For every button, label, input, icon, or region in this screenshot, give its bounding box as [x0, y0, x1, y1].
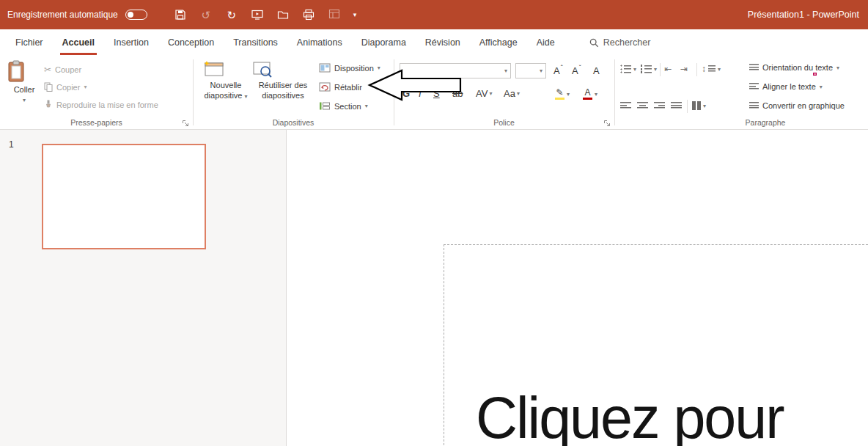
reuse-slides-label-line1: Réutiliser des	[259, 81, 308, 89]
mini-separator	[696, 63, 697, 76]
undo-icon[interactable]: ↺	[199, 8, 213, 21]
paste-caret-icon[interactable]: ▾	[7, 97, 41, 104]
tab-fichier[interactable]: Fichier	[6, 29, 53, 56]
text-orientation-caret-icon: ▾	[836, 65, 839, 71]
character-spacing-caret-icon: ▾	[489, 90, 492, 97]
slide-editing-area[interactable]: Cliquez pour	[287, 130, 868, 446]
align-text-caret-icon: ▾	[820, 84, 823, 90]
group-slides: Nouvelle diapositive ▾ Réutiliser des di…	[193, 56, 394, 129]
tab-conception[interactable]: Conception	[158, 29, 224, 56]
slide-thumbnail[interactable]	[42, 144, 206, 249]
font-color-letter: A	[584, 88, 590, 97]
increase-font-size-button[interactable]: Aˆ	[553, 65, 563, 76]
text-orientation-icon	[749, 63, 759, 72]
increase-indent-button[interactable]: ⇥	[680, 65, 688, 73]
search-icon	[589, 38, 599, 48]
reuse-slides-icon	[251, 60, 315, 78]
qat-menu-caret-icon[interactable]: ▾	[353, 11, 357, 18]
align-left-icon	[620, 101, 631, 110]
reset-icon	[319, 82, 331, 92]
convert-smartart-icon	[749, 101, 759, 110]
copy-button[interactable]: Copier ▾	[44, 82, 87, 92]
numbering-button[interactable]: ▾	[641, 65, 657, 73]
copy-caret-icon[interactable]: ▾	[84, 84, 87, 90]
font-color-bar	[583, 98, 592, 100]
format-painter-button[interactable]: Reproduire la mise en forme	[44, 100, 158, 109]
layout-icon	[319, 63, 331, 73]
columns-icon	[692, 101, 701, 110]
line-spacing-arrow-icon: ↕	[702, 65, 706, 73]
bullets-button[interactable]: ▾	[620, 65, 636, 73]
new-slide-button[interactable]: Nouvelle diapositive ▾	[203, 60, 249, 101]
font-color-button[interactable]: A ▾	[583, 88, 597, 100]
font-size-select[interactable]: ▾	[515, 63, 546, 78]
tab-insertion[interactable]: Insertion	[104, 29, 158, 56]
decrease-font-caret-icon: ˇ	[579, 65, 581, 71]
paste-label: Coller	[14, 85, 35, 94]
section-caret-icon[interactable]: ▾	[365, 103, 368, 109]
character-spacing-button[interactable]: AV ▾	[476, 88, 492, 99]
decrease-indent-button[interactable]: ⇤	[664, 65, 672, 73]
section-button[interactable]: Section ▾	[319, 101, 368, 111]
open-icon[interactable]	[276, 8, 290, 21]
ribbon-tab-bar: Fichier Accueil Insertion Conception Tra…	[0, 29, 868, 56]
align-text-icon	[749, 82, 759, 91]
content-area: 1 Cliquez pour	[0, 130, 868, 446]
decrease-font-size-button[interactable]: Aˇ	[572, 65, 581, 76]
tab-animations[interactable]: Animations	[287, 29, 352, 56]
change-case-label: Aa	[504, 88, 515, 99]
new-slide-caret-icon[interactable]: ▾	[245, 93, 248, 100]
group-paragraph: ▾ ▾ ⇤ ⇥ ↕ ▾ Orientation du texte	[614, 56, 868, 129]
group-clipboard: Coller ▾ ✂ Couper Copier ▾ Reproduire la…	[0, 56, 193, 129]
slide-number: 1	[9, 139, 14, 150]
align-center-icon	[637, 101, 648, 110]
bullets-icon	[620, 65, 631, 73]
title-placeholder-text: Cliquez pour	[476, 384, 784, 446]
tab-affichage[interactable]: Affichage	[470, 29, 527, 56]
cut-label: Couper	[55, 65, 81, 74]
clipboard-group-label: Presse-papiers	[0, 118, 193, 127]
highlight-color-bar	[555, 98, 564, 100]
increase-indent-icon: ⇥	[680, 65, 688, 73]
tab-aide[interactable]: Aide	[527, 29, 564, 56]
align-center-button[interactable]	[637, 101, 648, 110]
paste-button[interactable]: Coller ▾	[7, 60, 41, 104]
quick-access-toolbar: Enregistrement automatique ↺ ↻	[0, 8, 356, 21]
align-left-button[interactable]	[620, 101, 631, 110]
save-icon[interactable]	[174, 8, 187, 21]
tab-revision[interactable]: Révision	[416, 29, 470, 56]
tab-diaporama[interactable]: Diaporama	[352, 29, 416, 56]
preview-icon[interactable]	[328, 8, 341, 21]
columns-button[interactable]: ▾	[692, 101, 706, 110]
text-orientation-button[interactable]: Orientation du texte ▾	[749, 63, 839, 72]
slideshow-icon[interactable]	[251, 8, 264, 21]
redo-icon[interactable]: ↻	[225, 8, 238, 21]
convert-smartart-button[interactable]: Convertir en graphique	[749, 101, 845, 110]
text-highlight-button[interactable]: ✎ ▾	[555, 88, 570, 100]
justify-button[interactable]	[671, 101, 682, 110]
bullets-caret-icon: ▾	[633, 66, 636, 73]
title-placeholder[interactable]: Cliquez pour	[444, 244, 868, 446]
print-icon[interactable]	[302, 8, 315, 21]
justify-icon	[671, 101, 682, 110]
font-color-caret-icon: ▾	[595, 91, 597, 98]
cut-button[interactable]: ✂ Couper	[44, 65, 81, 75]
increase-font-caret-icon: ˆ	[561, 65, 563, 71]
reuse-slides-label-line2: diapositives	[262, 91, 304, 100]
reset-button[interactable]: Rétablir	[319, 82, 362, 92]
format-painter-icon	[44, 100, 53, 109]
search-field[interactable]: Rechercher	[589, 29, 651, 56]
section-label: Section	[334, 102, 361, 111]
align-right-icon	[654, 101, 665, 110]
align-text-button[interactable]: Aligner le texte ▾	[749, 82, 823, 91]
change-case-button[interactable]: Aa ▾	[504, 88, 520, 99]
annotation-arrow	[365, 67, 465, 103]
autosave-toggle[interactable]	[125, 10, 147, 20]
tab-accueil[interactable]: Accueil	[53, 29, 104, 56]
numbering-caret-icon: ▾	[654, 66, 657, 73]
tab-transitions[interactable]: Transitions	[224, 29, 287, 56]
slides-group-label: Diapositives	[193, 118, 394, 127]
reuse-slides-button[interactable]: Réutiliser des diapositives	[251, 60, 315, 101]
line-spacing-button[interactable]: ↕ ▾	[702, 65, 721, 73]
align-right-button[interactable]	[654, 101, 665, 110]
